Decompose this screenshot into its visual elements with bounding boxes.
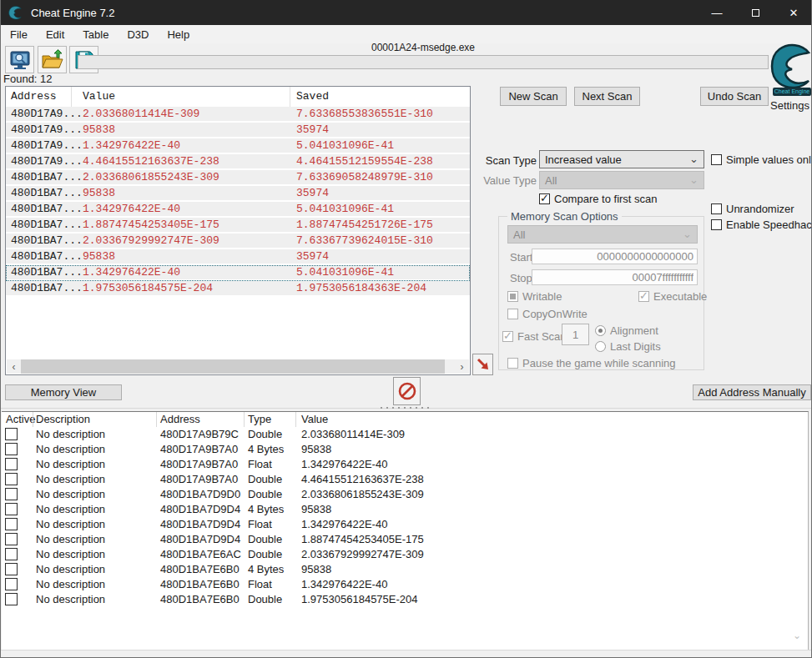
address-list-address: 480D1BA7E6B0 [160, 578, 240, 590]
scroll-down-icon[interactable]: ⌄ [793, 630, 801, 641]
address-list-description: No description [36, 488, 105, 500]
scroll-left-icon[interactable]: ‹ [7, 359, 21, 374]
column-header-value[interactable]: Value [83, 90, 115, 103]
scan-result-saved: 4.46415512159554E-238 [296, 154, 433, 168]
scan-result-row[interactable]: 480D1BA7...2.03368061855243E-3097.633690… [6, 170, 470, 186]
active-checkbox[interactable] [5, 548, 18, 560]
menu-help[interactable]: Help [158, 27, 199, 43]
column-header-address[interactable]: Address [11, 90, 57, 103]
executable-checkbox[interactable]: ✓Executable [638, 289, 707, 303]
title-bar: Cheat Engine 7.2 — ✕ [1, 0, 812, 25]
address-list-row[interactable]: No description480D17A9B7A0Float1.3429764… [2, 457, 808, 472]
menu-d3d[interactable]: D3D [118, 27, 158, 43]
settings-link[interactable]: Settings [770, 99, 809, 112]
address-list-description: No description [36, 473, 105, 485]
active-checkbox[interactable] [5, 518, 18, 530]
start-address-field[interactable] [532, 249, 698, 264]
active-checkbox[interactable] [5, 593, 18, 605]
scan-result-row[interactable]: 480D1BA7...9583835974 [6, 249, 470, 265]
address-list-description: No description [36, 443, 105, 455]
select-process-button[interactable] [5, 46, 34, 73]
active-checkbox[interactable] [5, 443, 18, 455]
column-divider [156, 412, 157, 427]
fast-scan-checkbox[interactable]: ✓Fast Scan [502, 329, 567, 343]
scan-result-row[interactable]: 480D17A9...2.03368011414E-3097.633685538… [6, 107, 470, 123]
splitter-handle[interactable] [381, 406, 431, 409]
column-header-type[interactable]: Type [248, 413, 271, 425]
last-digits-label: Last Digits [610, 340, 661, 353]
maximize-button[interactable] [736, 0, 774, 25]
active-checkbox[interactable] [5, 578, 18, 590]
scan-type-dropdown[interactable]: Increased value ⌄ [539, 150, 704, 168]
address-list-row[interactable]: No description480D1BA7D9D0Double2.033680… [2, 487, 808, 502]
enable-speedhack-checkbox[interactable]: Enable Speedhack [711, 218, 812, 231]
close-button[interactable]: ✕ [774, 0, 812, 25]
writable-checkbox[interactable]: Writable [507, 289, 562, 303]
address-list-row[interactable]: No description480D1BA7D9D44 Bytes95838 [2, 502, 808, 517]
scan-result-row[interactable]: 480D1BA7...2.03367929992747E-3097.633677… [6, 234, 470, 249]
memory-view-button[interactable]: Memory View [5, 384, 122, 400]
scrollbar-thumb[interactable] [21, 359, 445, 374]
open-table-button[interactable] [38, 46, 67, 73]
undo-scan-button[interactable]: Undo Scan [700, 87, 769, 106]
address-list-address: 480D17A9B79C [160, 428, 239, 440]
active-checkbox[interactable] [5, 473, 18, 485]
pause-while-scanning-checkbox[interactable]: Pause the game while scanning [507, 356, 676, 369]
horizontal-scrollbar[interactable]: ‹ › [7, 359, 469, 374]
scan-result-saved: 35974 [296, 249, 329, 264]
scroll-right-icon[interactable]: › [455, 359, 469, 374]
column-header-description[interactable]: Description [36, 413, 90, 425]
address-list-row[interactable]: No description480D1BA7E6B04 Bytes95838 [2, 562, 808, 577]
address-list-row[interactable]: No description480D17A9B7A0Double4.464155… [2, 472, 808, 487]
menu-edit[interactable]: Edit [37, 27, 73, 43]
address-list-type: 4 Bytes [248, 563, 284, 575]
unrandomizer-checkbox[interactable]: Unrandomizer [711, 202, 794, 215]
address-list-row[interactable]: No description480D17A9B7A04 Bytes95838 [2, 442, 808, 457]
compare-to-first-scan-checkbox[interactable]: ✓Compare to first scan [539, 192, 658, 205]
address-list-type: Double [248, 548, 282, 560]
alignment-radio[interactable]: Alignment [595, 324, 658, 337]
scan-result-address: 480D17A9... [11, 138, 83, 153]
add-address-manually-button[interactable]: Add Address Manually [693, 384, 811, 400]
simple-values-only-checkbox[interactable]: Simple values only [711, 153, 812, 166]
active-checkbox[interactable] [5, 428, 18, 440]
checkbox-checked-icon: ✓ [638, 291, 649, 302]
active-checkbox[interactable] [5, 458, 18, 470]
address-list-description: No description [36, 593, 105, 605]
add-selected-to-list-button[interactable] [472, 354, 493, 375]
scan-result-row[interactable]: 480D17A9...1.342976422E-405.041031096E-4… [6, 138, 470, 154]
scan-result-row[interactable]: 480D1BA7...1.342976422E-405.041031096E-4… [6, 202, 470, 218]
address-list-row[interactable]: No description480D1BA7E6ACDouble2.033679… [2, 547, 808, 562]
menu-table[interactable]: Table [73, 27, 118, 43]
scan-result-row[interactable]: 480D1BA7...1.342976422E-405.041031096E-4… [6, 265, 470, 281]
column-header-active[interactable]: Active [6, 413, 35, 425]
address-list-row[interactable]: No description480D1BA7D9D4Float1.3429764… [2, 517, 808, 532]
active-checkbox[interactable] [5, 503, 18, 515]
stop-address-field[interactable] [532, 269, 698, 285]
scan-result-row[interactable]: 480D17A9...9583835974 [6, 123, 470, 138]
scan-result-value: 1.342976422E-40 [83, 265, 180, 279]
scan-result-row[interactable]: 480D1BA7...1.9753056184575E-2041.9753056… [6, 281, 470, 297]
active-checkbox[interactable] [5, 563, 18, 575]
scan-result-row[interactable]: 480D17A9...4.46415512163637E-2384.464155… [6, 154, 470, 170]
fast-scan-alignment-field[interactable] [562, 324, 589, 345]
last-digits-radio[interactable]: Last Digits [595, 339, 661, 353]
active-checkbox[interactable] [5, 533, 18, 545]
found-count-label: Found: 12 [3, 73, 53, 85]
address-list-row[interactable]: No description480D1BA7D9D4Double1.887474… [2, 532, 808, 547]
new-scan-button[interactable]: New Scan [500, 87, 567, 106]
column-header-value[interactable]: Value [301, 413, 328, 425]
menu-file[interactable]: File [1, 27, 37, 43]
advanced-options-button[interactable] [393, 377, 421, 405]
address-list-row[interactable]: No description480D1BA7E6B0Float1.3429764… [2, 577, 808, 592]
scan-result-row[interactable]: 480D1BA7...1.88747454253405E-1751.887474… [6, 218, 470, 234]
column-header-address[interactable]: Address [160, 413, 200, 425]
address-list-row[interactable]: No description480D17A9B79CDouble2.033680… [2, 427, 808, 442]
scan-result-row[interactable]: 480D1BA7...9583835974 [6, 186, 470, 202]
copyonwrite-checkbox[interactable]: CopyOnWrite [507, 307, 588, 320]
address-list-row[interactable]: No description480D1BA7E6B0Double1.975305… [2, 592, 808, 607]
column-header-saved[interactable]: Saved [296, 90, 329, 103]
minimize-button[interactable]: — [698, 0, 736, 25]
active-checkbox[interactable] [5, 488, 18, 500]
next-scan-button[interactable]: Next Scan [574, 87, 640, 106]
